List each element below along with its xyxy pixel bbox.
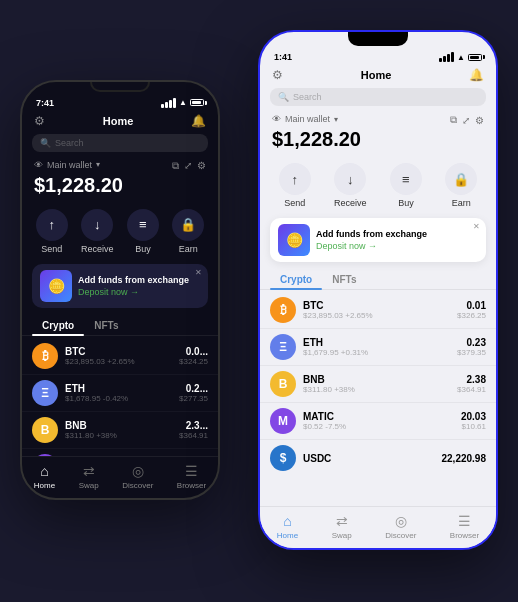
banner-text-dark: Add funds from exchange Deposit now → xyxy=(78,275,200,297)
bnb-icon-light: B xyxy=(270,371,296,397)
eth-icon-dark: Ξ xyxy=(32,380,58,406)
header-title-light: Home xyxy=(361,69,392,81)
banner-light: 🪙 Add funds from exchange Deposit now → … xyxy=(270,218,486,262)
nav-discover-light[interactable]: ◎ Discover xyxy=(385,513,416,540)
crypto-item-btc-dark[interactable]: ₿ BTC $23,895.03 +2.65% 0.0... $324.25 xyxy=(22,338,218,375)
nav-browser-light[interactable]: ☰ Browser xyxy=(450,513,479,540)
balance-dark: $1,228.20 xyxy=(34,174,206,197)
banner-image-dark: 🪙 xyxy=(40,270,72,302)
gear-icon-light[interactable]: ⚙ xyxy=(272,68,283,82)
search-bar-light[interactable]: 🔍 Search xyxy=(270,88,486,106)
wallet-label-dark: 👁 Main wallet ▾ xyxy=(34,160,100,170)
banner-title-dark: Add funds from exchange xyxy=(78,275,200,285)
buy-icon-dark: ≡ xyxy=(127,209,159,241)
bottom-nav-light: ⌂ Home ⇄ Swap ◎ Discover ☰ Browser xyxy=(260,506,496,548)
crypto-list-dark: ₿ BTC $23,895.03 +2.65% 0.0... $324.25 Ξ… xyxy=(22,338,218,456)
matic-icon-light: M xyxy=(270,408,296,434)
earn-button-light[interactable]: 🔒 Earn xyxy=(445,163,477,208)
receive-icon-dark: ↓ xyxy=(81,209,113,241)
action-buttons-light: ↑ Send ↓ Receive ≡ Buy 🔒 Earn xyxy=(260,157,496,214)
tab-crypto-light[interactable]: Crypto xyxy=(270,270,322,289)
gear-icon-dark[interactable]: ⚙ xyxy=(34,114,45,128)
earn-icon-dark: 🔒 xyxy=(172,209,204,241)
app-header-light: ⚙ Home 🔔 xyxy=(260,64,496,86)
buy-button-light[interactable]: ≡ Buy xyxy=(390,163,422,208)
crypto-item-eth-light[interactable]: Ξ ETH $1,679.95 +0.31% 0.23 $379.35 xyxy=(260,329,496,366)
search-placeholder-light: Search xyxy=(293,92,322,102)
send-button-light[interactable]: ↑ Send xyxy=(279,163,311,208)
settings-icon-light[interactable]: ⚙ xyxy=(475,115,484,126)
phones-container: 7:41 ▲ ⚙ Home 🔔 xyxy=(0,0,518,602)
wallet-section-dark: 👁 Main wallet ▾ ⧉ ⤢ ⚙ $1,228.20 xyxy=(22,156,218,203)
wallet-icons-light: ⧉ ⤢ ⚙ xyxy=(450,114,484,126)
crypto-item-bnb-light[interactable]: B BNB $311.80 +38% 2.38 $364.91 xyxy=(260,366,496,403)
tab-nfts-light[interactable]: NFTs xyxy=(322,270,366,289)
banner-link-dark[interactable]: Deposit now → xyxy=(78,287,200,297)
wallet-section-light: 👁 Main wallet ▾ ⧉ ⤢ ⚙ $1,228.20 xyxy=(260,110,496,157)
app-header-dark: ⚙ Home 🔔 xyxy=(22,110,218,132)
action-buttons-dark: ↑ Send ↓ Receive ≡ Buy 🔒 Earn xyxy=(22,203,218,260)
dropdown-arrow-dark[interactable]: ▾ xyxy=(96,160,100,169)
crypto-item-bnb-dark[interactable]: B BNB $311.80 +38% 2.3... $364.91 xyxy=(22,412,218,449)
dropdown-arrow-light[interactable]: ▾ xyxy=(334,115,338,124)
notch-light xyxy=(348,32,408,46)
send-button-dark[interactable]: ↑ Send xyxy=(36,209,68,254)
time-light: 1:41 xyxy=(274,52,292,62)
nav-swap-dark[interactable]: ⇄ Swap xyxy=(79,463,99,490)
crypto-item-matic-dark[interactable]: M MATIC $0.92 -7.5% 20.0 $18.61 xyxy=(22,449,218,456)
time-dark: 7:41 xyxy=(36,98,54,108)
buy-button-dark[interactable]: ≡ Buy xyxy=(127,209,159,254)
copy-icon-light[interactable]: ⧉ xyxy=(450,114,457,126)
nav-discover-dark[interactable]: ◎ Discover xyxy=(122,463,153,490)
banner-close-dark[interactable]: ✕ xyxy=(195,268,202,277)
status-icons-dark: ▲ xyxy=(161,98,204,108)
crypto-list-light: ₿ BTC $23,895.03 +2.65% 0.01 $326.25 Ξ E… xyxy=(260,292,496,476)
tabs-dark: Crypto NFTs xyxy=(22,312,218,336)
crypto-item-btc-light[interactable]: ₿ BTC $23,895.03 +2.65% 0.01 $326.25 xyxy=(260,292,496,329)
tab-crypto-dark[interactable]: Crypto xyxy=(32,316,84,335)
wallet-label-light: 👁 Main wallet ▾ xyxy=(272,114,338,124)
nav-browser-dark[interactable]: ☰ Browser xyxy=(177,463,206,490)
status-bar-light: 1:41 ▲ xyxy=(260,46,496,64)
banner-link-light[interactable]: Deposit now → xyxy=(316,241,478,251)
wallet-icons-dark: ⧉ ⤢ ⚙ xyxy=(172,160,206,172)
eye-icon-dark[interactable]: 👁 xyxy=(34,160,43,170)
crypto-item-usdc-light[interactable]: $ USDC 22,220.98 xyxy=(260,440,496,476)
buy-icon-light: ≡ xyxy=(390,163,422,195)
battery-icon-dark xyxy=(190,99,204,106)
battery-icon-light xyxy=(468,54,482,61)
banner-text-light: Add funds from exchange Deposit now → xyxy=(316,229,478,251)
btc-info-dark: BTC $23,895.03 +2.65% xyxy=(65,346,172,366)
banner-image-light: 🪙 xyxy=(278,224,310,256)
expand-icon-dark[interactable]: ⤢ xyxy=(184,160,192,171)
copy-icon-dark[interactable]: ⧉ xyxy=(172,160,179,172)
balance-light: $1,228.20 xyxy=(272,128,484,151)
banner-close-light[interactable]: ✕ xyxy=(473,222,480,231)
header-title-dark: Home xyxy=(103,115,134,127)
earn-button-dark[interactable]: 🔒 Earn xyxy=(172,209,204,254)
receive-icon-light: ↓ xyxy=(334,163,366,195)
usdc-icon-light: $ xyxy=(270,445,296,471)
receive-button-dark[interactable]: ↓ Receive xyxy=(81,209,114,254)
search-bar-dark[interactable]: 🔍 Search xyxy=(32,134,208,152)
crypto-item-matic-light[interactable]: M MATIC $0.52 -7.5% 20.03 $10.61 xyxy=(260,403,496,440)
settings-icon-dark[interactable]: ⚙ xyxy=(197,160,206,171)
nav-home-dark[interactable]: ⌂ Home xyxy=(34,463,55,490)
status-bar-dark: 7:41 ▲ xyxy=(22,92,218,110)
btc-icon-light: ₿ xyxy=(270,297,296,323)
nav-home-light[interactable]: ⌂ Home xyxy=(277,513,298,540)
receive-button-light[interactable]: ↓ Receive xyxy=(334,163,367,208)
dark-phone: 7:41 ▲ ⚙ Home 🔔 xyxy=(20,80,220,500)
search-icon-light: 🔍 xyxy=(278,92,289,102)
nav-swap-light[interactable]: ⇄ Swap xyxy=(332,513,352,540)
tab-nfts-dark[interactable]: NFTs xyxy=(84,316,128,335)
tabs-light: Crypto NFTs xyxy=(260,266,496,290)
bell-icon-dark[interactable]: 🔔 xyxy=(191,114,206,128)
bell-icon-light[interactable]: 🔔 xyxy=(469,68,484,82)
bnb-icon-dark: B xyxy=(32,417,58,443)
banner-dark: 🪙 Add funds from exchange Deposit now → … xyxy=(32,264,208,308)
search-icon-dark: 🔍 xyxy=(40,138,51,148)
expand-icon-light[interactable]: ⤢ xyxy=(462,115,470,126)
crypto-item-eth-dark[interactable]: Ξ ETH $1,678.95 -0.42% 0.2... $277.35 xyxy=(22,375,218,412)
eye-icon-light[interactable]: 👁 xyxy=(272,114,281,124)
